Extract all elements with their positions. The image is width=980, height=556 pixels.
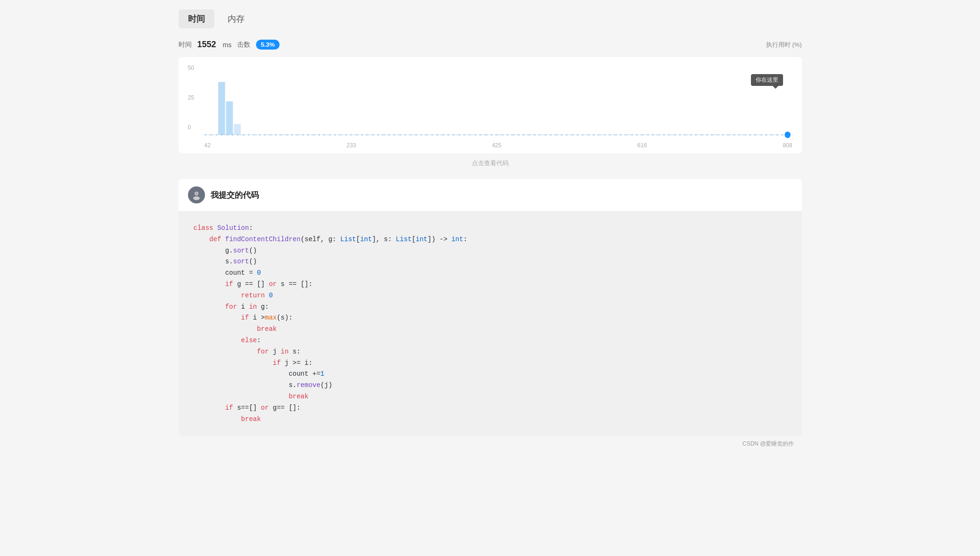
svg-rect-2 — [226, 101, 233, 135]
chart-inner: 你在这里 — [205, 65, 793, 140]
svg-rect-1 — [218, 82, 225, 135]
y-label-0: 0 — [188, 124, 202, 131]
svg-point-5 — [784, 132, 790, 138]
code-line-15: s.remove(j) — [194, 380, 787, 391]
code-line-18: break — [194, 414, 787, 425]
code-line-1: class Solution: — [194, 223, 787, 234]
chart-svg — [205, 65, 793, 140]
svg-rect-3 — [234, 124, 241, 135]
code-line-14: count +=1 — [194, 369, 787, 380]
time-value: 1552 — [197, 40, 216, 50]
chart-container: 50 25 0 — [179, 57, 802, 153]
stats-row: 时间 1552 ms 击数 5.3% 执行用时 (%) — [179, 40, 802, 50]
code-block: class Solution: def findContentChildren(… — [179, 211, 802, 436]
avatar-icon — [191, 190, 202, 200]
tab-memory[interactable]: 内存 — [218, 9, 254, 28]
y-label-50: 50 — [188, 65, 202, 71]
code-line-10: break — [194, 324, 787, 335]
x-label-42: 42 — [205, 142, 211, 149]
code-header: 我提交的代码 — [179, 179, 802, 211]
chart-tooltip: 你在这里 — [751, 74, 783, 86]
time-label: 时间 — [179, 41, 192, 49]
code-line-12: for j in s: — [194, 346, 787, 358]
chart-area[interactable]: 50 25 0 — [188, 65, 793, 140]
x-label-425: 425 — [492, 142, 502, 149]
y-label-25: 25 — [188, 94, 202, 101]
tab-bar: 时间 内存 — [179, 9, 802, 28]
code-line-9: if i >max(s): — [194, 312, 787, 324]
code-section-title: 我提交的代码 — [211, 190, 259, 201]
watermark: CSDN @爱睡觉的作 — [179, 436, 802, 452]
code-line-13: if j >= i: — [194, 358, 787, 369]
code-line-11: else: — [194, 335, 787, 346]
code-line-3: g.sort() — [194, 245, 787, 257]
code-line-8: for i in g: — [194, 302, 787, 313]
x-label-616: 616 — [638, 142, 647, 149]
code-line-7: return 0 — [194, 290, 787, 302]
tab-time[interactable]: 时间 — [179, 9, 214, 28]
chart-axis-label: 执行用时 (%) — [766, 41, 802, 49]
svg-point-7 — [193, 196, 200, 200]
click-to-view[interactable]: 点击查看代码 — [179, 159, 802, 168]
x-label-808: 808 — [783, 142, 792, 149]
code-section: 我提交的代码 class Solution: def findContentCh… — [179, 179, 802, 436]
code-line-5: count = 0 — [194, 268, 787, 279]
x-label-233: 233 — [347, 142, 356, 149]
avatar — [188, 186, 205, 203]
code-line-6: if g == [] or s == []: — [194, 279, 787, 290]
x-axis: 42 233 425 616 808 — [188, 142, 793, 149]
hits-label: 击数 — [237, 41, 250, 49]
code-line-16: break — [194, 391, 787, 403]
code-line-4: s.sort() — [194, 256, 787, 268]
code-line-2: def findContentChildren(self, g: List[in… — [194, 234, 787, 245]
code-line-17: if s==[] or g== []: — [194, 403, 787, 414]
hits-badge: 5.3% — [256, 40, 280, 50]
time-unit: ms — [223, 41, 232, 49]
page-container: 时间 内存 时间 1552 ms 击数 5.3% 执行用时 (%) 50 25 … — [160, 0, 821, 556]
y-axis: 50 25 0 — [188, 65, 202, 131]
